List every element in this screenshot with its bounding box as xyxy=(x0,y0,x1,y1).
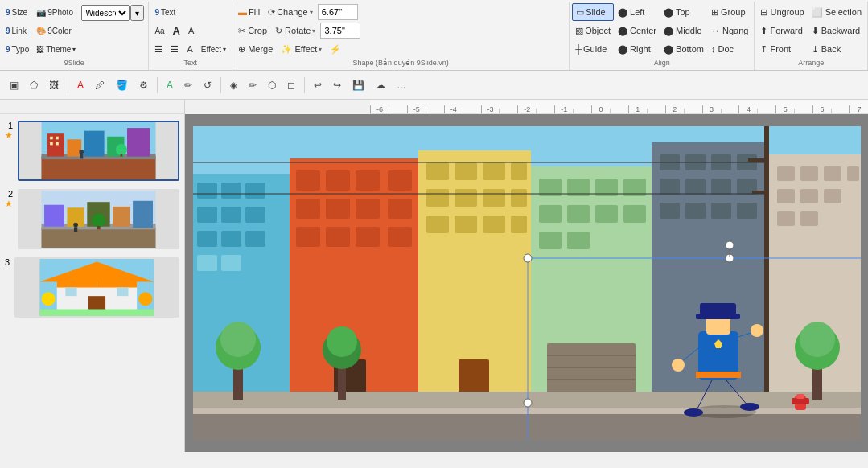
btn-9photo[interactable]: 📷9Photo xyxy=(33,3,79,21)
btn-fill[interactable]: ▬ Fill xyxy=(235,3,263,21)
slide-star-2: ★ xyxy=(5,199,13,209)
btn-9color[interactable]: 🎨9Color xyxy=(33,22,79,39)
btn-undo[interactable]: ↩ xyxy=(309,76,327,94)
svg-rect-75 xyxy=(426,216,449,233)
btn-font-small[interactable]: A xyxy=(185,22,197,39)
btn-list3[interactable]: A xyxy=(183,40,195,58)
btn-crop[interactable]: ✂ Crop xyxy=(235,22,270,39)
slide-item-3[interactable]: 3 xyxy=(5,257,179,318)
col-align-slide: ▭ Slide ▧ Object ┼ Guide xyxy=(572,3,614,58)
btn-shape-extra[interactable]: ⚡ xyxy=(327,40,344,58)
svg-rect-61 xyxy=(296,227,320,247)
btn-stamp[interactable]: ◻ xyxy=(282,76,300,94)
svg-rect-121 xyxy=(777,211,795,226)
btn-eyedrop1[interactable]: 🖊 xyxy=(90,76,109,94)
btn-9typo[interactable]: 9Typo xyxy=(2,40,32,58)
svg-point-14 xyxy=(79,150,84,154)
slide-size-btn[interactable]: ▾ xyxy=(130,5,144,21)
btn-font-large[interactable]: A xyxy=(170,22,183,39)
btn-text-color[interactable]: A xyxy=(72,76,88,94)
btn-cloud[interactable]: ☁ xyxy=(371,76,390,94)
btn-slide[interactable]: ▭ Slide xyxy=(572,3,614,21)
svg-rect-104 xyxy=(660,203,680,219)
btn-swirl[interactable]: ↺ xyxy=(199,76,216,94)
btn-guide[interactable]: ┼ Guide xyxy=(572,40,614,58)
btn-front[interactable]: ⤒ Front xyxy=(757,40,807,58)
btn-pencil[interactable]: ✏ xyxy=(244,76,261,94)
group-arrange: ⊟ Ungroup ⬆ Forward ⤒ Front ⬜ Selection … xyxy=(755,2,868,70)
btn-eyedrop2[interactable]: ✏ xyxy=(179,76,197,94)
slide-item-2[interactable]: 2 ★ xyxy=(5,189,179,249)
svg-rect-11 xyxy=(56,142,59,146)
btn-9text[interactable]: 9Text xyxy=(151,3,229,21)
svg-rect-62 xyxy=(326,227,350,247)
btn-right[interactable]: ⬤ Right xyxy=(615,40,660,58)
slide-size-select[interactable]: Widescreen xyxy=(81,5,130,21)
btn-effect-text[interactable]: Effect▾ xyxy=(198,40,229,58)
svg-rect-90 xyxy=(567,232,590,249)
btn-rotate[interactable]: ↻ Rotate▾ xyxy=(272,22,319,39)
btn-font[interactable]: Aa xyxy=(151,22,167,39)
svg-rect-124 xyxy=(193,412,861,440)
btn-effect-shape[interactable]: ✨ Effect▾ xyxy=(278,40,325,58)
svg-rect-9 xyxy=(56,137,59,140)
slide-thumb-3[interactable] xyxy=(14,257,179,318)
btn-change[interactable]: ⟳ Change▾ xyxy=(265,3,316,21)
btn-object[interactable]: ▧ Object xyxy=(572,22,614,39)
btn-ungroup[interactable]: ⊟ Ungroup xyxy=(757,3,807,21)
crop-row: ✂ Crop ↻ Rotate▾ xyxy=(235,22,360,39)
fill-width-input[interactable] xyxy=(318,4,358,20)
slide-thumb-2[interactable] xyxy=(18,189,179,249)
btn-9size[interactable]: 9Size xyxy=(2,3,32,21)
btn-top[interactable]: ⬤ Top xyxy=(660,3,707,21)
btn-bottom[interactable]: ⬤ Bottom xyxy=(660,40,707,58)
svg-rect-49 xyxy=(245,231,265,247)
btn-center[interactable]: ⬤ Center xyxy=(615,22,660,39)
btn-9link[interactable]: 9Link xyxy=(2,22,32,39)
btn-undo-settings[interactable]: ⚙ xyxy=(134,76,153,94)
btn-middle[interactable]: ⬤ Middle xyxy=(660,22,707,39)
svg-rect-72 xyxy=(455,189,477,207)
btn-forward[interactable]: ⬆ Forward xyxy=(757,22,807,39)
svg-rect-67 xyxy=(426,162,449,180)
btn-list2[interactable]: ☰ xyxy=(167,40,182,58)
btn-list1[interactable]: ☰ xyxy=(151,40,166,58)
fill-height-input[interactable] xyxy=(320,23,360,39)
svg-rect-8 xyxy=(50,137,53,140)
btn-gradient[interactable]: ◈ xyxy=(225,76,242,94)
svg-rect-43 xyxy=(245,183,265,199)
btn-backward[interactable]: ⬇ Backward xyxy=(808,22,865,39)
svg-rect-101 xyxy=(685,179,706,195)
btn-group[interactable]: ⊞ Group xyxy=(708,3,751,21)
btn-doc[interactable]: ↕ Doc xyxy=(708,40,751,58)
btn-selection[interactable]: ⬜ Selection xyxy=(808,3,865,21)
btn-left[interactable]: ⬤ Left xyxy=(615,3,660,21)
btn-image-tool[interactable]: 🖼 xyxy=(44,76,64,94)
btn-select-tool[interactable]: ▣ xyxy=(5,76,23,94)
toolbar: ▣ ⬠ 🖼 A 🖊 🪣 ⚙ A ✏ ↺ ◈ ✏ ⬡ ◻ ↩ ↪ 💾 ☁ … xyxy=(0,71,868,100)
svg-rect-15 xyxy=(80,154,83,159)
btn-more[interactable]: … xyxy=(392,76,411,94)
svg-point-162 xyxy=(726,241,734,249)
btn-merge[interactable]: ⊕ Merge xyxy=(235,40,276,58)
btn-save[interactable]: 💾 xyxy=(348,76,369,94)
slide-number-2: 2 xyxy=(8,189,13,199)
svg-rect-108 xyxy=(764,126,769,400)
slide-thumb-1[interactable] xyxy=(18,121,179,181)
svg-rect-106 xyxy=(711,203,731,219)
btn-theme[interactable]: 🖼Theme▾ xyxy=(33,40,79,58)
btn-shapes-tool[interactable]: ⬠ xyxy=(25,76,43,94)
svg-point-26 xyxy=(73,223,78,228)
btn-back[interactable]: ⤓ Back xyxy=(808,40,865,58)
slide-item-1[interactable]: 1 ★ xyxy=(5,121,179,181)
btn-lasso[interactable]: ⬡ xyxy=(263,76,281,94)
btn-draw-color[interactable]: A xyxy=(162,76,178,94)
btn-paint[interactable]: 🪣 xyxy=(111,76,133,94)
col-align-group: ⊞ Group ↔ Ngang ↕ Doc xyxy=(708,3,751,58)
svg-rect-35 xyxy=(117,288,128,297)
btn-ngang[interactable]: ↔ Ngang xyxy=(708,22,751,39)
canvas-area[interactable] xyxy=(185,114,868,452)
btn-redo[interactable]: ↪ xyxy=(328,76,346,94)
svg-rect-7 xyxy=(127,128,150,157)
sep4 xyxy=(304,77,305,93)
